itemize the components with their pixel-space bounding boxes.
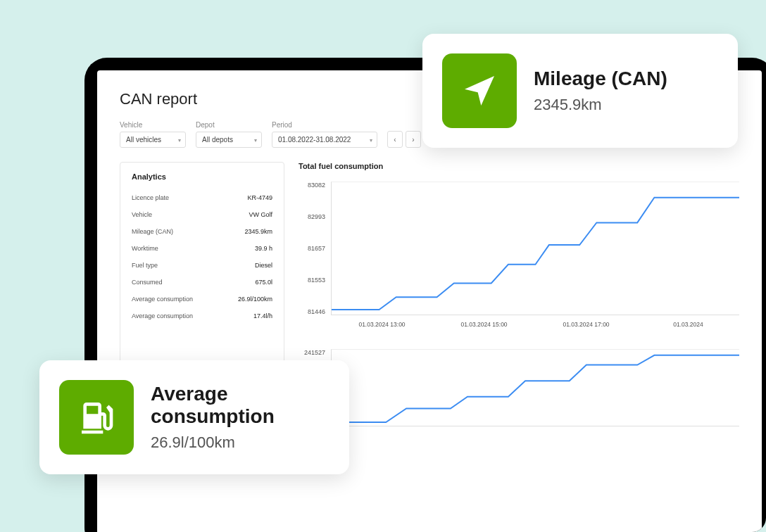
chevron-right-icon: › [412,136,414,144]
x-tick: 01.03.2024 13:00 [331,321,433,328]
period-select[interactable]: 01.08.2022-31.08.2022 ▾ [272,132,377,148]
second-chart-block: 241527 240823 [299,349,739,426]
second-plot [331,349,739,426]
period-nav: ‹ › [387,131,421,148]
fuel-chart: 83082 82993 81657 81553 81446 [299,182,739,315]
filter-depot-label: Depot [196,121,262,129]
mileage-card: Mileage (CAN) 2345.9km [422,34,738,148]
analytics-value: Diesel [255,262,272,269]
prev-period-button[interactable]: ‹ [387,131,403,148]
depot-select[interactable]: All depots ▾ [196,132,262,148]
analytics-key: Consumed [132,279,163,286]
filter-vehicle-label: Vehicle [120,121,186,129]
vehicle-select[interactable]: All vehicles ▾ [120,132,186,148]
analytics-key: Worktime [132,245,158,252]
analytics-key: Average consumption [132,312,193,319]
fuel-pump-icon [77,398,116,437]
next-period-button[interactable]: › [406,131,421,148]
fuel-line-icon [332,182,739,315]
analytics-row: Licence plateKR-4749 [132,189,272,206]
vehicle-select-value: All vehicles [126,136,161,144]
filter-depot: Depot All depots ▾ [196,121,262,148]
analytics-value: VW Golf [249,211,272,218]
analytics-value: 2345.9km [244,228,272,235]
mileage-value: 2345.9km [534,96,667,114]
x-tick: 01.03.2024 15:00 [433,321,535,328]
fuel-y-axis: 83082 82993 81657 81553 81446 [299,182,331,315]
analytics-row: Fuel typeDiesel [132,257,272,274]
filter-vehicle: Vehicle All vehicles ▾ [120,121,186,148]
avg-value: 26.9l/100km [151,433,325,452]
fuel-x-axis: 01.03.2024 13:00 01.03.2024 15:00 01.03.… [331,315,739,328]
second-chart: 241527 240823 [299,349,739,426]
fuel-plot [331,182,739,315]
y-tick: 81553 [299,277,325,284]
chevron-left-icon: ‹ [394,136,396,144]
analytics-key: Fuel type [132,262,158,269]
fuel-chart-title: Total fuel consumption [299,162,739,170]
analytics-row: Worktime39.9 h [132,240,272,257]
analytics-key: Average consumption [132,296,193,303]
analytics-key: Vehicle [132,211,152,218]
second-line-icon [332,350,739,426]
period-select-value: 01.08.2022-31.08.2022 [278,136,351,144]
chevron-down-icon: ▾ [178,137,181,143]
mileage-icon-box [442,53,517,128]
y-tick: 81446 [299,308,325,315]
analytics-row: Consumed675.0l [132,274,272,291]
mileage-text: Mileage (CAN) 2345.9km [534,68,667,114]
fuel-chart-block: Total fuel consumption 83082 82993 81657… [299,162,739,328]
chevron-down-icon: ▾ [254,137,257,143]
analytics-row: Average consumption26.9l/100km [132,291,272,308]
analytics-row: VehicleVW Golf [132,206,272,223]
chevron-down-icon: ▾ [370,137,372,143]
filter-period: Period 01.08.2022-31.08.2022 ▾ [272,121,377,148]
analytics-value: KR-4749 [247,194,272,201]
analytics-value: 39.9 h [255,245,272,252]
chart-area: Total fuel consumption 83082 82993 81657… [299,162,739,426]
filter-period-label: Period [272,121,377,129]
x-tick: 01.03.2024 [637,321,739,328]
analytics-row: Mileage (CAN)2345.9km [132,223,272,240]
avg-consumption-card: Average consumption 26.9l/100km [39,360,349,474]
avg-text: Average consumption 26.9l/100km [151,383,325,452]
analytics-value: 26.9l/100km [238,296,272,303]
x-tick: 01.03.2024 17:00 [535,321,637,328]
y-tick: 81657 [299,245,325,252]
avg-icon-box [59,380,134,455]
depot-select-value: All depots [202,136,233,144]
analytics-value: 675.0l [255,279,272,286]
analytics-row: Average consumption17.4l/h [132,308,272,324]
y-tick: 241527 [299,349,325,356]
analytics-key: Mileage (CAN) [132,228,173,235]
y-tick: 83082 [299,182,325,189]
avg-title: Average consumption [151,383,325,428]
mileage-title: Mileage (CAN) [534,68,667,90]
analytics-value: 17.4l/h [253,312,272,319]
analytics-title: Analytics [132,172,272,181]
analytics-key: Licence plate [132,194,169,201]
navigation-arrow-icon [460,71,499,110]
y-tick: 82993 [299,213,325,220]
